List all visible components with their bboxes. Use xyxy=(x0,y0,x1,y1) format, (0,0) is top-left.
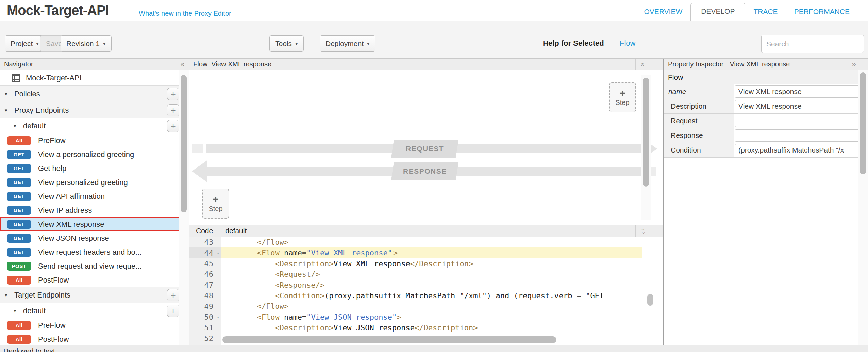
flow-item-view-personalized-greeting[interactable]: GETView personalized greeting xyxy=(0,175,189,189)
nav-item-label: default xyxy=(23,306,46,315)
group-default[interactable]: ▾default+ xyxy=(0,118,189,133)
line-number-47: 47 xyxy=(189,280,221,290)
flow-item-view-xml-response[interactable]: GETView XML response xyxy=(0,217,189,231)
flow-item-label: Get help xyxy=(38,164,66,173)
collapse-navigator-icon[interactable]: « xyxy=(176,59,189,70)
add-default-button[interactable]: + xyxy=(167,120,179,132)
disclosure-triangle-icon[interactable]: ▾ xyxy=(5,292,12,298)
fold-arrow-icon[interactable]: ▾ xyxy=(217,251,219,256)
navigator-scrollbar[interactable] xyxy=(179,70,189,345)
flow-item-view-api-affirmation[interactable]: GETView API affirmation xyxy=(0,189,189,203)
code-editor[interactable]: 4344▾454647484950▾5152 </Flow><Flow name… xyxy=(189,237,663,345)
search-input[interactable] xyxy=(761,35,864,53)
add-policies-button[interactable]: + xyxy=(167,88,179,100)
code-line-43[interactable]: </Flow> xyxy=(221,237,642,247)
line-number-text: 47 xyxy=(204,281,214,289)
code-panel-header: Code default ‹ ‹ xyxy=(189,225,663,237)
code-horizontal-scrollbar[interactable] xyxy=(222,336,556,343)
flow-item-postflow[interactable]: AllPostFlow xyxy=(0,273,189,287)
disclosure-triangle-icon[interactable]: ▾ xyxy=(14,123,20,129)
code-line-50[interactable]: <Flow name="View JSON response"> xyxy=(221,312,642,322)
method-badge-get: GET xyxy=(7,164,31,173)
property-value-name[interactable]: View XML response xyxy=(735,85,860,98)
code-token: </Description> xyxy=(415,323,478,332)
method-badge-all: All xyxy=(7,136,31,145)
deployment-menu-button[interactable]: Deployment ▾ xyxy=(320,35,375,52)
tab-trace[interactable]: TRACE xyxy=(745,7,786,21)
method-badge-get: GET xyxy=(7,192,31,201)
inspector-scrollbar[interactable] xyxy=(858,70,868,345)
flow-item-label: View a personalized greeting xyxy=(38,150,134,159)
line-number-text: 51 xyxy=(204,323,214,332)
scrollbar-thumb[interactable] xyxy=(643,78,649,187)
flow-item-view-a-personalized-greeting[interactable]: GETView a personalized greeting xyxy=(0,147,189,161)
scrollbar-thumb[interactable] xyxy=(860,72,866,174)
property-value-condition[interactable]: (proxy.pathsuffix MatchesPath "/x xyxy=(735,144,860,156)
project-menu-button[interactable]: Project ▾ xyxy=(5,35,45,52)
property-row-name: nameView XML response xyxy=(664,84,868,99)
flow-item-preflow[interactable]: AllPreFlow xyxy=(0,133,189,147)
disclosure-triangle-icon[interactable]: ▾ xyxy=(5,91,12,97)
disclosure-triangle-icon[interactable]: ▾ xyxy=(5,107,12,113)
fold-arrow-icon[interactable]: ▾ xyxy=(217,315,219,320)
flow-item-view-request-headers-and-bo[interactable]: GETView request headers and bo... xyxy=(0,245,189,259)
section-proxy-endpoints[interactable]: ▾Proxy Endpoints+ xyxy=(0,102,189,118)
flow-item-get-help[interactable]: GETGet help xyxy=(0,161,189,175)
section-target-endpoints[interactable]: ▾Target Endpoints+ xyxy=(0,287,189,303)
tab-performance[interactable]: PERFORMANCE xyxy=(786,7,858,21)
tools-menu-label: Tools xyxy=(275,39,292,48)
help-flow-link[interactable]: Flow xyxy=(620,39,635,48)
flow-item-send-request-and-view-reque[interactable]: POSTSend request and view reque... xyxy=(0,259,189,273)
add-step-button-request[interactable]: + Step xyxy=(609,82,636,112)
code-token: </Flow> xyxy=(257,238,289,246)
code-token: name= xyxy=(280,313,306,321)
line-number-51: 51 xyxy=(189,322,221,333)
property-value-response[interactable] xyxy=(735,129,860,142)
flow-item-label: PreFlow xyxy=(38,321,66,330)
code-content[interactable]: </Flow><Flow name="View XML response"><D… xyxy=(221,237,663,345)
line-number-text: 52 xyxy=(204,334,214,343)
code-token: <Flow xyxy=(257,249,280,257)
tools-menu-button[interactable]: Tools ▾ xyxy=(269,35,304,52)
expand-inspector-icon[interactable]: » xyxy=(847,59,861,70)
flow-panel-title: Flow: View XML response xyxy=(193,60,271,68)
code-line-45[interactable]: <Description>View XML response</Descript… xyxy=(221,258,642,269)
scrollbar-thumb[interactable] xyxy=(181,75,187,212)
code-line-44[interactable]: <Flow name="View XML response"> xyxy=(221,247,642,258)
add-target-endpoints-button[interactable]: + xyxy=(167,289,179,301)
request-badge: REQUEST xyxy=(391,140,459,158)
code-line-47[interactable]: <Response/> xyxy=(221,280,642,290)
disclosure-triangle-icon[interactable]: ▾ xyxy=(14,308,20,314)
add-step-button-response[interactable]: + Step xyxy=(202,189,229,219)
chevron-down-icon: ▾ xyxy=(36,41,39,47)
flow-item-view-json-response[interactable]: GETView JSON response xyxy=(0,231,189,245)
code-line-49[interactable]: </Flow> xyxy=(221,301,642,311)
resize-code-panel-icon[interactable]: ‹ ‹ xyxy=(635,225,650,237)
property-value-request[interactable] xyxy=(735,115,860,127)
inspector-rows: nameView XML responseDescriptionView XML… xyxy=(664,84,868,158)
code-tab-default[interactable]: default xyxy=(225,227,247,235)
code-vertical-scrollbar[interactable] xyxy=(647,294,653,306)
add-default-button[interactable]: + xyxy=(167,305,179,317)
group-default[interactable]: ▾default+ xyxy=(0,303,189,318)
revision-menu-button[interactable]: Revision 1 ▾ xyxy=(61,35,112,52)
line-number-50: 50▾ xyxy=(189,312,221,322)
tab-develop[interactable]: DEVELOP xyxy=(690,3,745,21)
code-line-51[interactable]: <Description>View JSON response</Descrip… xyxy=(221,322,642,333)
collapse-flow-panel-icon[interactable]: « xyxy=(635,59,650,70)
whats-new-link[interactable]: What's new in the Proxy Editor xyxy=(139,10,231,17)
code-line-48[interactable]: <Condition>(proxy.pathsuffix MatchesPath… xyxy=(221,290,642,301)
flow-item-postflow[interactable]: AllPostFlow xyxy=(0,332,189,345)
code-line-46[interactable]: <Request/> xyxy=(221,269,642,279)
flow-item-view-ip-address[interactable]: GETView IP address xyxy=(0,203,189,217)
code-token: <Request/> xyxy=(275,270,320,278)
line-number-46: 46 xyxy=(189,269,221,279)
add-proxy-endpoints-button[interactable]: + xyxy=(167,104,179,116)
property-value-description[interactable]: View XML response xyxy=(735,100,860,112)
flow-item-preflow[interactable]: AllPreFlow xyxy=(0,318,189,332)
flow-scrollbar[interactable] xyxy=(641,75,651,220)
nav-item-mock-target-api[interactable]: Mock-Target-API xyxy=(0,70,189,86)
chevron-down-icon: ▾ xyxy=(367,41,370,47)
tab-overview[interactable]: OVERVIEW xyxy=(636,7,690,21)
section-policies[interactable]: ▾Policies+ xyxy=(0,86,189,102)
